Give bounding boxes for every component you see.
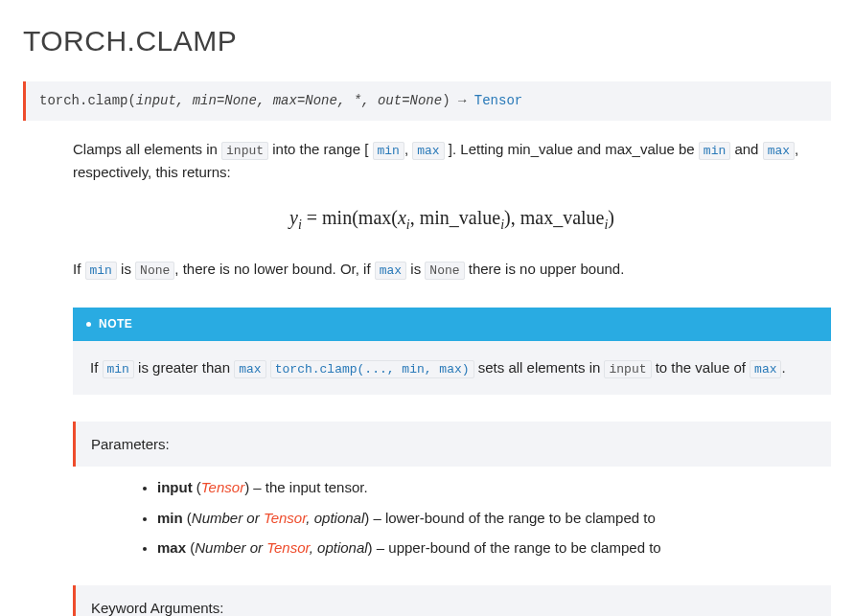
paren: ( (183, 510, 192, 526)
range-lb: [ (364, 141, 372, 157)
sig-module: torch. (39, 93, 87, 108)
note-label: NOTE (99, 315, 132, 333)
param-name: input (157, 479, 193, 495)
param-desc: – lower-bound of the range to be clamped… (369, 510, 656, 526)
sig-sep: , (361, 93, 378, 108)
code-min: min (85, 262, 117, 280)
param-item-min: min (Number or Tensor, optional) – lower… (157, 507, 831, 529)
text: , there is no lower bound. Or, if (174, 261, 374, 277)
text: to the value of (652, 359, 750, 376)
sig-arg-max: max=None (273, 93, 337, 108)
param-item-input: input (Tensor) – the input tensor. (157, 476, 831, 498)
formula-maxval: ), max_value (504, 207, 604, 228)
param-type-text: , optional (310, 539, 368, 556)
text: there is no upper bound. (465, 261, 625, 277)
sig-star: * (354, 93, 361, 108)
sig-paren-close: ) (442, 93, 450, 108)
param-type-text: , optional (306, 510, 364, 526)
param-type-link[interactable]: Tensor (201, 479, 244, 495)
param-desc: – the input tensor. (249, 479, 367, 495)
sig-sep: , (176, 93, 193, 108)
code-min: min (699, 142, 730, 160)
description-paragraph-1: Clamps all elements in input into the ra… (73, 138, 831, 183)
parameters-header: Parameters: (73, 422, 831, 467)
text: and (730, 141, 762, 157)
code-input: input (604, 360, 651, 378)
code-min: min (373, 142, 404, 160)
text: is (406, 261, 425, 277)
text: is greater than (134, 359, 234, 376)
formula-eq: = min(max( (302, 207, 398, 228)
code-min: min (103, 360, 134, 378)
page-title: TORCH.CLAMP (23, 19, 831, 64)
range-rb: ] (445, 141, 452, 157)
param-type-link[interactable]: Tensor (264, 510, 306, 526)
text: into the range (268, 141, 364, 157)
formula-x: x (398, 207, 406, 228)
code-none: None (135, 262, 174, 280)
parameters-list: input (Tensor) – the input tensor. min (… (73, 476, 831, 559)
parameters-label: Parameters: (91, 436, 170, 452)
function-signature: torch.clamp(input, min=None, max=None, *… (23, 81, 831, 122)
code-max: max (234, 360, 265, 378)
sig-sep: , (337, 93, 354, 108)
code-input: input (221, 142, 268, 160)
range-comma: , (404, 141, 412, 157)
paren: ( (193, 479, 201, 495)
code-max: max (412, 142, 444, 160)
formula-minval: , min_value (410, 207, 500, 228)
text: If (73, 261, 85, 277)
formula-y: y (289, 207, 298, 228)
bullet-icon (86, 322, 91, 327)
sig-return-type-link[interactable]: Tensor (474, 93, 522, 108)
math-formula: yi = min(max(xi, min_valuei), max_valuei… (73, 203, 831, 236)
kwargs-label: Keyword Arguments: (91, 600, 223, 616)
text: . (781, 359, 785, 376)
text: . Letting min_value and max_value be (452, 141, 699, 157)
param-type-text: Number or (195, 539, 266, 556)
note-header: NOTE (73, 308, 831, 341)
code-max: max (763, 142, 795, 160)
code-max: max (375, 262, 406, 280)
code-max: max (750, 360, 781, 378)
sig-arg-input: input (136, 93, 176, 108)
sig-sep: , (257, 93, 273, 108)
param-type-link[interactable]: Tensor (266, 539, 309, 556)
note-body: If min is greater than max torch.clamp(.… (73, 341, 831, 395)
code-none: None (425, 262, 464, 280)
sig-paren-open: ( (127, 93, 135, 108)
sig-arrow: → (450, 93, 474, 108)
param-desc: – upper-bound of the range to be clamped… (373, 539, 661, 556)
text: sets all elements in (474, 359, 605, 376)
description-paragraph-2: If min is None, there is no lower bound.… (73, 258, 831, 281)
sig-arg-min: min=None (193, 93, 257, 108)
text: If (90, 359, 103, 376)
kwargs-header: Keyword Arguments: (73, 585, 831, 616)
code-call: torch.clamp(..., min, max) (270, 360, 474, 378)
param-name: min (157, 510, 183, 526)
param-type-text: Number or (192, 510, 264, 526)
formula-close: ) (608, 207, 614, 228)
param-name: max (157, 539, 186, 556)
sig-arg-out: out=None (378, 93, 442, 108)
param-item-max: max (Number or Tensor, optional) – upper… (157, 536, 831, 559)
sig-func: clamp (87, 93, 127, 108)
paren: ( (186, 539, 195, 556)
text: is (117, 261, 135, 277)
text: Clamps all elements in (73, 141, 221, 157)
